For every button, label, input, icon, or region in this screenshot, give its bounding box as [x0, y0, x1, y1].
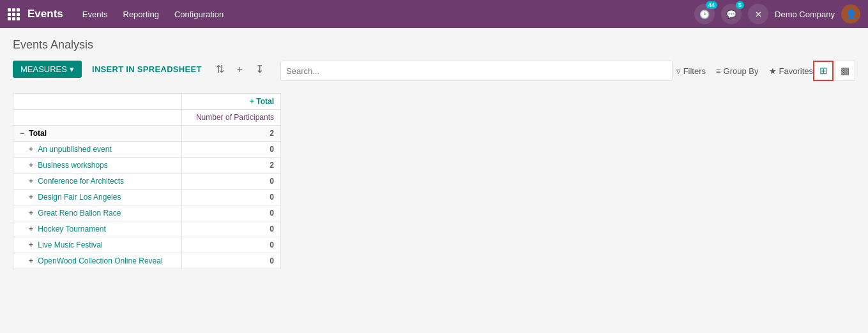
row-label-cell: − Total — [13, 126, 182, 142]
row-label-cell: + Live Music Festival — [13, 237, 182, 253]
main-nav: Events Reporting Configuration — [76, 6, 687, 23]
collapse-btn[interactable]: − — [20, 129, 26, 138]
row-label: Total — [29, 129, 47, 138]
empty-subheader — [13, 110, 182, 126]
expand-btn[interactable]: + — [29, 209, 35, 218]
participants-header: Number of Participants — [182, 110, 281, 126]
search-input[interactable] — [286, 66, 667, 76]
messages-icon-btn[interactable]: 🕑 44 — [694, 4, 715, 24]
expand-btn[interactable]: + — [29, 145, 35, 154]
messages-badge: 44 — [706, 1, 717, 9]
search-container — [280, 61, 673, 81]
table-row: + Great Reno Ballon Race0 — [13, 205, 281, 221]
close-icon-btn[interactable]: ✕ — [748, 4, 768, 24]
expand-btn[interactable]: + — [29, 241, 35, 249]
row-label[interactable]: Conference for Architects — [38, 177, 124, 186]
row-value-cell: 0 — [182, 205, 281, 221]
row-value-cell: 2 — [182, 126, 281, 142]
company-name: Demo Company — [775, 10, 835, 19]
add-icon-btn[interactable]: + — [233, 61, 247, 78]
col-total-expand[interactable]: + Total — [250, 97, 274, 106]
table-row: + OpenWood Collection Online Reveal0 — [13, 253, 281, 269]
row-label[interactable]: Business workshops — [38, 161, 107, 170]
download-icon-btn[interactable]: ↧ — [252, 61, 268, 78]
expand-btn[interactable]: + — [29, 256, 35, 265]
row-label-cell: + Conference for Architects — [13, 174, 182, 189]
row-label-cell: + Business workshops — [13, 158, 182, 174]
pivot-view-btn[interactable]: ⊞ — [813, 61, 834, 81]
filters-button[interactable]: ▿ Filters — [676, 66, 706, 76]
table-row: + Business workshops2 — [13, 158, 281, 174]
table-row: − Total2 — [13, 126, 281, 142]
main-content: Events Analysis MEASURES ▾ INSERT IN SPR… — [0, 28, 868, 279]
apps-grid-icon[interactable] — [8, 8, 20, 20]
expand-btn[interactable]: + — [29, 225, 35, 233]
row-label[interactable]: Live Music Festival — [38, 241, 102, 249]
filter-row: ▿ Filters ≡ Group By ★ Favorites — [676, 66, 813, 76]
topbar: Events Events Reporting Configuration 🕑 … — [0, 0, 868, 28]
toolbar: MEASURES ▾ INSERT IN SPREADSHEET ⇅ + ↧ — [13, 61, 268, 78]
page-title: Events Analysis — [13, 38, 855, 52]
chart-view-btn[interactable]: ▩ — [835, 61, 855, 81]
row-label[interactable]: An unpublished event — [38, 145, 111, 154]
row-label-cell: + Design Fair Los Angeles — [13, 189, 182, 205]
table-row: + Live Music Festival0 — [13, 237, 281, 253]
insert-spreadsheet-button[interactable]: INSERT IN SPREADSHEET — [87, 61, 207, 78]
table-row: + Conference for Architects0 — [13, 174, 281, 189]
pivot-table: + Total Number of Participants − Total2+… — [13, 93, 281, 269]
view-toggle: ⊞ ▩ — [813, 61, 855, 81]
row-label[interactable]: OpenWood Collection Online Reveal — [38, 256, 162, 265]
topbar-icons: 🕑 44 💬 5 ✕ Demo Company 👤 — [694, 4, 860, 24]
table-row: + An unpublished event0 — [13, 142, 281, 158]
row-label-cell: + Great Reno Ballon Race — [13, 205, 182, 221]
adjust-icon-btn[interactable]: ⇅ — [212, 61, 228, 78]
table-row: + Design Fair Los Angeles0 — [13, 189, 281, 205]
table-row: + Hockey Tournament0 — [13, 221, 281, 237]
row-label-cell: + Hockey Tournament — [13, 221, 182, 237]
row-label-cell: + OpenWood Collection Online Reveal — [13, 253, 182, 269]
row-value-cell: 0 — [182, 237, 281, 253]
row-label-cell: + An unpublished event — [13, 142, 182, 158]
user-avatar[interactable]: 👤 — [841, 4, 860, 24]
chat-icon-btn[interactable]: 💬 5 — [721, 4, 742, 24]
expand-btn[interactable]: + — [29, 161, 35, 170]
row-label[interactable]: Great Reno Ballon Race — [38, 209, 121, 218]
group-by-button[interactable]: ≡ Group By — [716, 66, 759, 76]
nav-reporting[interactable]: Reporting — [117, 6, 165, 23]
row-value-cell: 0 — [182, 174, 281, 189]
app-title: Events — [27, 8, 63, 20]
row-value-cell: 0 — [182, 142, 281, 158]
nav-events[interactable]: Events — [76, 6, 114, 23]
row-value-cell: 0 — [182, 189, 281, 205]
search-filter-area: ▿ Filters ≡ Group By ★ Favorites ⊞ ▩ — [280, 61, 855, 81]
measures-button[interactable]: MEASURES ▾ — [13, 61, 82, 78]
row-value-cell: 2 — [182, 158, 281, 174]
row-label[interactable]: Hockey Tournament — [38, 225, 106, 233]
expand-btn[interactable]: + — [29, 193, 35, 202]
expand-btn[interactable]: + — [29, 177, 35, 186]
empty-header — [13, 94, 182, 110]
row-label[interactable]: Design Fair Los Angeles — [38, 193, 121, 202]
row-value-cell: 0 — [182, 253, 281, 269]
favorites-button[interactable]: ★ Favorites — [769, 66, 813, 76]
row-value-cell: 0 — [182, 221, 281, 237]
chat-badge: 5 — [736, 1, 744, 9]
col-total-header: + Total — [182, 94, 281, 110]
nav-configuration[interactable]: Configuration — [168, 6, 230, 23]
